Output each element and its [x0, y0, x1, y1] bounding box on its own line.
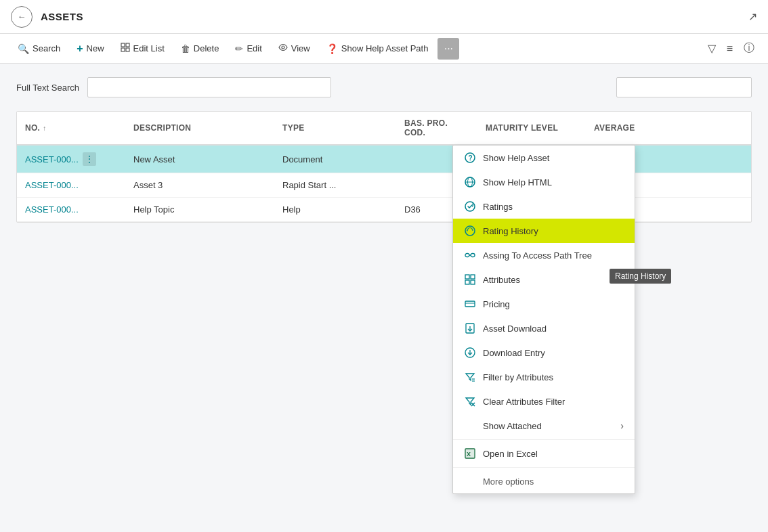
menu-label-attributes: Attributes	[483, 275, 624, 285]
search-label: Search	[33, 43, 60, 53]
row-menu-button-1[interactable]: ⋮	[83, 152, 96, 166]
view-icon	[278, 43, 288, 54]
info-icon: ⓘ	[744, 42, 754, 53]
menu-item-pricing[interactable]: Pricing	[453, 292, 635, 316]
edit-button[interactable]: ✏ Edit	[228, 40, 268, 58]
edit-list-label: Edit List	[133, 43, 165, 53]
svg-rect-14	[465, 275, 469, 279]
menu-label-show-help-asset: Show Help Asset	[483, 153, 624, 163]
menu-label-assign-access: Assing To Access Path Tree	[483, 250, 624, 261]
cell-desc-3: Help Topic	[125, 198, 274, 221]
menu-label-clear-filter: Clear Attributes Filter	[483, 397, 624, 407]
new-label: New	[87, 43, 104, 53]
secondary-search-input[interactable]	[616, 77, 752, 97]
delete-label: Delete	[194, 43, 219, 53]
search-icon: 🔍	[18, 43, 29, 54]
menu-item-download-entry[interactable]: Download Entry	[453, 340, 635, 365]
cell-type-3: Help	[274, 198, 396, 221]
menu-item-clear-filter[interactable]: Clear Attributes Filter	[453, 389, 635, 414]
info-button[interactable]: ⓘ	[741, 39, 757, 58]
svg-text:X: X	[467, 451, 471, 458]
table-row[interactable]: ASSET-000... ⋮ New Asset Document	[17, 146, 751, 173]
menu-label-open-excel: Open in Excel	[483, 449, 624, 459]
attributes-icon	[464, 273, 476, 286]
list-view-button[interactable]: ≡	[724, 40, 735, 58]
expand-button[interactable]: ↗	[748, 10, 757, 23]
edit-label: Edit	[247, 43, 261, 53]
menu-item-show-attached[interactable]: Show Attached ›	[453, 414, 635, 438]
sort-arrow-no: ↑	[43, 125, 46, 132]
toolbar-right-icons: ▽ ≡ ⓘ	[705, 39, 757, 58]
app-container: ← ASSETS ↗ 🔍 Search + New Edit	[0, 0, 768, 532]
menu-item-more-options[interactable]: More options	[453, 469, 635, 493]
edit-icon: ✏	[235, 43, 243, 54]
pricing-icon	[464, 298, 476, 310]
svg-rect-0	[121, 43, 125, 47]
menu-item-attributes[interactable]: Attributes	[453, 267, 635, 292]
filter-icon-button[interactable]: ▽	[705, 39, 719, 58]
cell-type-1: Document	[274, 148, 396, 171]
svg-rect-17	[471, 280, 475, 284]
cell-desc-2: Asset 3	[125, 173, 274, 197]
more-options-toolbar-button[interactable]: ···	[438, 38, 459, 60]
menu-label-show-help-html: Show Help HTML	[483, 177, 624, 187]
menu-item-rating-history[interactable]: Rating History	[453, 219, 635, 243]
toolbar: 🔍 Search + New Edit List 🗑 Delete ✏	[0, 34, 768, 64]
menu-item-open-excel[interactable]: X Open in Excel	[453, 441, 635, 466]
globe-icon	[464, 176, 476, 188]
menu-label-filter-attributes: Filter by Attributes	[483, 372, 624, 382]
ratings-icon	[464, 200, 476, 213]
menu-label-asset-download: Asset Download	[483, 324, 624, 334]
new-button[interactable]: + New	[70, 39, 110, 58]
col-type[interactable]: TYPE	[274, 112, 396, 144]
cell-no-1[interactable]: ASSET-000... ⋮	[17, 146, 125, 173]
plus-icon: +	[77, 43, 83, 55]
col-no[interactable]: NO. ↑	[17, 112, 125, 144]
svg-rect-3	[126, 48, 129, 51]
full-text-search-input[interactable]	[87, 77, 331, 97]
svg-text:?: ?	[469, 154, 473, 162]
menu-label-download-entry: Download Entry	[483, 348, 624, 358]
cell-no-3[interactable]: ASSET-000...	[17, 198, 125, 221]
view-button[interactable]: View	[272, 39, 317, 58]
full-text-search-label: Full Text Search	[16, 83, 79, 93]
edit-list-icon	[121, 43, 130, 54]
menu-item-asset-download[interactable]: Asset Download	[453, 316, 635, 340]
delete-button[interactable]: 🗑 Delete	[174, 40, 226, 58]
svg-rect-16	[465, 280, 469, 284]
help-icon: ❓	[326, 43, 338, 54]
menu-item-filter-attributes[interactable]: Filter by Attributes	[453, 365, 635, 389]
chain-icon	[464, 249, 476, 261]
menu-item-ratings[interactable]: Ratings	[453, 194, 635, 219]
more-icon: ···	[444, 43, 453, 55]
col-description[interactable]: DESCRIPTION	[125, 112, 274, 144]
col-average[interactable]: AVERAGE	[586, 112, 654, 144]
col-bas-pro[interactable]: BAS. PRO. COD.	[396, 112, 477, 144]
cell-no-2[interactable]: ASSET-000...	[17, 173, 125, 197]
back-icon: ←	[18, 12, 26, 22]
view-label: View	[291, 43, 310, 53]
filter-icon: ▽	[708, 43, 716, 54]
submenu-arrow-icon: ›	[620, 420, 624, 431]
show-help-label: Show Help Asset Path	[341, 43, 429, 53]
header-bar: ← ASSETS ↗	[0, 0, 768, 34]
search-button[interactable]: 🔍 Search	[11, 40, 67, 58]
cell-type-2: Rapid Start ...	[274, 173, 396, 197]
menu-item-assign-access[interactable]: Assing To Access Path Tree	[453, 243, 635, 267]
table-row[interactable]: ASSET-000... Help Topic Help D36	[17, 198, 751, 222]
context-dropdown-menu: ? Show Help Asset Show Help HTML	[452, 145, 635, 494]
expand-icon: ↗	[748, 11, 757, 22]
back-button[interactable]: ←	[11, 6, 33, 28]
excel-icon: X	[464, 447, 476, 460]
edit-list-button[interactable]: Edit List	[114, 39, 171, 58]
svg-rect-18	[465, 301, 475, 307]
search-row: Full Text Search	[16, 77, 752, 97]
asset-download-icon	[464, 322, 476, 334]
show-help-button[interactable]: ❓ Show Help Asset Path	[320, 40, 435, 58]
table-row[interactable]: ASSET-000... Asset 3 Rapid Start ...	[17, 173, 751, 198]
menu-item-show-help-asset[interactable]: ? Show Help Asset	[453, 146, 635, 170]
col-maturity[interactable]: MATURITY LEVEL	[477, 112, 586, 144]
download-entry-icon	[464, 347, 476, 359]
content-area: Full Text Search NO. ↑ DESCRIPTION TYPE …	[0, 64, 768, 532]
menu-item-show-help-html[interactable]: Show Help HTML	[453, 170, 635, 194]
